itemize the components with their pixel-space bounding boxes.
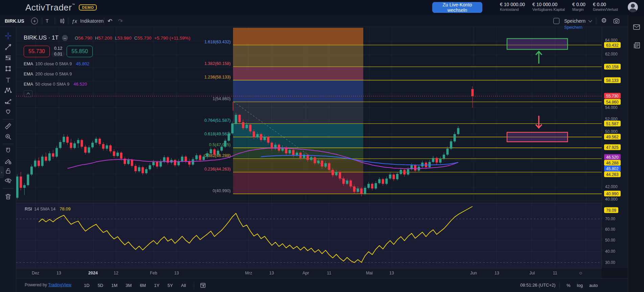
indicator-row-ema100[interactable]: EMA100 close 0 SMA 9 45.802 [24, 60, 190, 67]
price-axis-badge[interactable]: 47.925 [604, 144, 621, 150]
settings-gear-icon[interactable]: ⚙ [601, 17, 607, 24]
chart-toolbar: BIRK.US + T ƒx Indikatoren ↶ ↷ Speichern… [0, 15, 644, 27]
redo-icon[interactable]: ↷ [118, 15, 123, 27]
svg-text:1.618(63.432): 1.618(63.432) [204, 40, 231, 44]
pattern-tool-icon[interactable] [4, 87, 12, 94]
tf-1m[interactable]: 1M [109, 282, 120, 289]
price-axis-badge[interactable]: 78.09 [604, 207, 618, 213]
stat-available-label: Verfügbares Kapital [532, 7, 565, 12]
time-axis-label: 13 [389, 271, 394, 275]
price-axis-badge[interactable]: 55.730 [604, 93, 621, 99]
price-axis-badge[interactable]: 44.263 [604, 172, 621, 177]
hide-drawings-eye-icon[interactable] [4, 177, 12, 184]
time-axis-label: Jun [470, 271, 477, 275]
price-axis-label: 40.000 [605, 197, 618, 202]
tf-3m[interactable]: 3M [123, 282, 134, 289]
crosshair-tool-icon[interactable] [4, 32, 12, 40]
emoji-heart-tool-icon[interactable] [4, 108, 12, 115]
mail-icon[interactable] [632, 23, 641, 32]
tf-6m[interactable]: 6M [137, 282, 148, 289]
add-symbol-icon[interactable]: + [31, 18, 38, 24]
drawing-tool-rail: › [0, 27, 16, 292]
screenshot-camera-icon[interactable] [613, 18, 620, 26]
indicator-row-ema50[interactable]: EMA50 close 0 SMA 9 46.520 [24, 81, 190, 88]
go-to-date-icon[interactable] [200, 282, 206, 290]
time-axis-label: 13 [495, 271, 499, 275]
stat-balance: € 10 000.00 Kontostand [500, 2, 525, 12]
indicator-row-ema200[interactable]: EMA200 close 0 SMA 9 [24, 70, 190, 77]
price-axis-badge[interactable]: 49.562 [604, 134, 621, 140]
price-axis-badge[interactable]: 60.158 [604, 64, 621, 70]
text-tool-icon[interactable] [4, 76, 12, 84]
interval-button[interactable]: T [46, 15, 49, 27]
log-scale-button[interactable]: log [575, 282, 584, 289]
price-axis-badge[interactable]: 58.133 [604, 77, 621, 83]
tf-5d[interactable]: 5D [95, 282, 106, 289]
shapes-tool-icon[interactable] [4, 65, 12, 72]
stat-pnl-label: Gewinn/Verlust [593, 7, 618, 12]
switch-to-live-button[interactable]: Zu Live-Konto wechseln [432, 2, 482, 13]
sell-bid-button[interactable]: 55.730 [24, 46, 50, 57]
session-clock[interactable]: 08:51:26 (UTC+2) [520, 283, 555, 288]
measure-ruler-icon[interactable] [4, 122, 12, 130]
bid-ask-widget[interactable]: 55.730 0.12 0.01 55.850 [24, 46, 190, 57]
spread-readout: 0.12 0.01 [52, 46, 65, 57]
stat-margin-label: Margin [572, 7, 585, 12]
layout-select-icon[interactable] [553, 18, 559, 24]
time-axis[interactable]: ☼ Dez13202412Feb13Mrz13Apr11Mai13Jun13Ju… [16, 268, 602, 278]
tf-1d[interactable]: 1D [82, 282, 92, 289]
drawing-mode-lock-icon[interactable] [4, 157, 12, 165]
price-axis-badge[interactable]: 54.860 [604, 99, 621, 105]
undo-icon[interactable]: ↶ [108, 15, 112, 27]
trend-line-tool-icon[interactable] [4, 43, 12, 51]
collapse-pane-icon[interactable]: – [62, 35, 68, 41]
buy-ask-button[interactable]: 55.850 [67, 46, 93, 57]
zoom-in-icon[interactable] [4, 133, 12, 140]
magnet-tool-icon[interactable] [4, 147, 12, 155]
expand-rail-handle[interactable]: › [0, 166, 4, 178]
fx-icon[interactable]: ƒx [72, 15, 77, 27]
chart-type-icon[interactable] [59, 15, 66, 27]
tf-1y[interactable]: 1Y [152, 282, 162, 289]
time-axis-label: Jul [529, 271, 535, 275]
axis-settings-sun-icon[interactable]: ☼ [578, 270, 583, 275]
price-axis-badge[interactable]: 51.587 [604, 121, 621, 127]
user-avatar-icon[interactable] [628, 2, 638, 12]
time-axis-label: 13 [56, 271, 61, 275]
tf-5y[interactable]: 5Y [165, 282, 175, 289]
price-axis-badge[interactable]: 63.432 [604, 42, 621, 48]
fib-lines-tool-icon[interactable] [4, 54, 12, 62]
percent-scale-button[interactable]: % [565, 282, 572, 289]
symbol-button[interactable]: BIRK.US [5, 15, 24, 27]
save-label: Speichern [564, 18, 585, 24]
price-axis-label: 50.00 [605, 238, 615, 243]
price-axis-label: 60.00 [605, 227, 615, 232]
time-axis-label: 13 [174, 271, 179, 275]
price-axis-badge[interactable]: 46.288 [604, 160, 621, 166]
delete-drawings-trash-icon[interactable] [4, 193, 12, 200]
indicators-button[interactable]: Indikatoren [80, 15, 104, 27]
chart-footer: Powered by TradingView 1D 5D 1M 3M 6M 1Y… [16, 278, 628, 292]
tf-all[interactable]: All [179, 282, 188, 289]
stat-pnl: € 0.00 Gewinn/Verlust [593, 2, 618, 12]
rsi-legend[interactable]: RSI14 SMA 14 78.09 [25, 206, 71, 211]
svg-text:1.382(60.158): 1.382(60.158) [204, 61, 231, 66]
time-axis-label: 11 [553, 271, 557, 275]
auto-scale-button[interactable]: auto [588, 282, 599, 289]
forecast-tool-icon[interactable] [4, 97, 12, 105]
price-axis-badge[interactable]: 40.990 [604, 191, 621, 197]
top-header: ActivTrader ™ DEMO Zu Live-Konto wechsel… [0, 0, 644, 15]
collapse-legend-button[interactable] [24, 90, 32, 97]
price-axis-badge[interactable]: 46.520 [604, 154, 621, 160]
logo-trademark: ™ [72, 3, 75, 6]
tradingview-link[interactable]: TradingView [48, 283, 71, 287]
lock-drawings-icon[interactable] [4, 167, 12, 175]
time-axis-label: Mai [366, 271, 373, 275]
pane-title[interactable]: BIRK.US · 1T [24, 35, 59, 41]
price-axis-badge[interactable]: 45.802 [604, 166, 621, 172]
price-axis[interactable]: 64.00063.43262.00060.15858.13355.73054.8… [602, 27, 628, 268]
stat-available: € 10 000.00 Verfügbares Kapital [532, 2, 565, 12]
svg-text:0.764(51.587): 0.764(51.587) [204, 118, 231, 123]
change-readout: +5.790 (+11.59%) [154, 36, 190, 41]
news-icon[interactable] [632, 41, 641, 51]
